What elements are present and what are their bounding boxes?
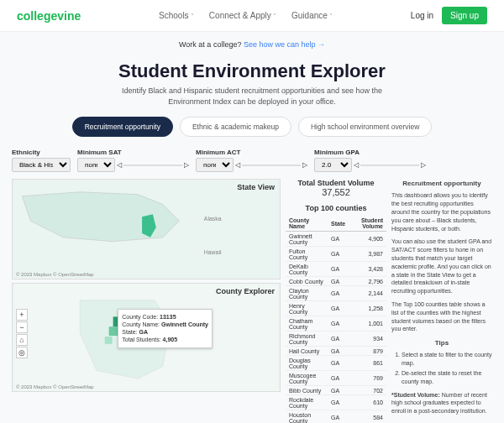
state-map-attrib: © 2023 Mapbox © OpenStreetMap	[16, 272, 94, 277]
mingpa-label: Minimum GPA	[314, 149, 426, 156]
locate-button[interactable]: ◎	[16, 347, 28, 358]
svg-text:Alaska: Alaska	[204, 216, 222, 222]
total-volume-label: Total Student Volume	[286, 179, 386, 187]
sidebar-heading-2: Tips	[391, 338, 492, 347]
table-row[interactable]: Fulton CountyGA3,987	[286, 247, 386, 262]
table-row[interactable]: Douglas CountyGA861	[286, 356, 386, 371]
county-map-attrib: © 2023 Mapbox © OpenStreetMap	[16, 384, 94, 389]
minact-slider[interactable]	[242, 164, 301, 166]
table-row[interactable]: Muscogee CountyGA769	[286, 371, 386, 386]
table-row[interactable]: Rockdale CountyGA610	[286, 395, 386, 410]
page-title: Student Environment Explorer	[0, 60, 504, 82]
table-row[interactable]: Henry CountyGA1,258	[286, 301, 386, 316]
navbar: collegevine Schools Connect & Apply Guid…	[0, 0, 504, 32]
minsat-slider[interactable]	[123, 164, 182, 166]
minsat-slider-left[interactable]: ◁	[117, 161, 122, 169]
table-row[interactable]: Cobb CountyGA2,796	[286, 277, 386, 286]
minact-label: Minimum ACT	[196, 149, 307, 156]
minsat-label: Minimum SAT	[77, 149, 189, 156]
state-map[interactable]: State View Alaska Hawaii © 2023 Mapbox ©…	[12, 179, 281, 279]
counties-table: County Name State Student Volume Gwinnet…	[286, 216, 386, 423]
tab-ethnic[interactable]: Ethnic & academic makeup	[180, 117, 291, 137]
table-row[interactable]: Clayton CountyGA2,144	[286, 286, 386, 301]
county-map[interactable]: County Explorer + − ⌂ ◎	[12, 283, 281, 392]
signup-button[interactable]: Sign up	[442, 7, 487, 24]
sidebar-heading-1: Recruitment opportunity	[391, 179, 492, 188]
zoom-in-button[interactable]: +	[16, 309, 28, 321]
table-row[interactable]: Gwinnett CountyGA4,905	[286, 232, 386, 247]
nav-connect[interactable]: Connect & Apply	[209, 11, 276, 20]
tab-recruitment[interactable]: Recruitment opportunity	[72, 117, 173, 137]
tip-1: Select a state to filter to the county m…	[402, 351, 492, 368]
table-row[interactable]: Richmond CountyGA934	[286, 332, 386, 347]
page-subtitle: Identify Black and Hispanic student recr…	[118, 86, 386, 107]
table-row[interactable]: Bibb CountyGA702	[286, 386, 386, 395]
table-title: Top 100 counties	[286, 204, 386, 212]
mingpa-slider-right[interactable]: ▷	[421, 161, 426, 169]
minsat-select[interactable]: none	[77, 158, 115, 172]
info-sidebar: Recruitment opportunity This dashboard a…	[391, 179, 492, 423]
ethnicity-select[interactable]: Black & Hispanic	[12, 158, 71, 172]
state-map-title: State View	[237, 183, 275, 191]
mingpa-slider-left[interactable]: ◁	[354, 161, 359, 169]
svg-rect-8	[105, 337, 113, 344]
mingpa-select[interactable]: 2.0	[314, 158, 352, 172]
banner-link[interactable]: See how we can help →	[244, 40, 325, 49]
nav-schools[interactable]: Schools	[159, 11, 194, 20]
county-tooltip: County Code: 13135 County Name: Gwinnett…	[118, 309, 213, 347]
minact-slider-right[interactable]: ▷	[302, 161, 307, 169]
filters-row: Ethnicity Black & Hispanic Minimum SAT n…	[0, 149, 504, 179]
county-map-title: County Explorer	[216, 287, 275, 295]
logo[interactable]: collegevine	[17, 9, 81, 23]
zoom-out-button[interactable]: −	[16, 321, 28, 333]
tab-highschool[interactable]: High school environment overview	[298, 117, 432, 137]
col-county[interactable]: County Name	[286, 216, 328, 232]
reset-button[interactable]: ⌂	[16, 334, 28, 346]
login-link[interactable]: Log in	[411, 11, 433, 20]
col-volume[interactable]: Student Volume	[349, 216, 386, 232]
col-state[interactable]: State	[328, 216, 349, 232]
tabs: Recruitment opportunity Ethnic & academi…	[0, 117, 504, 137]
mingpa-slider[interactable]	[360, 164, 419, 166]
nav-guidance[interactable]: Guidance	[291, 11, 333, 20]
table-row[interactable]: Chatham CountyGA1,001	[286, 316, 386, 332]
ethnicity-label: Ethnicity	[12, 149, 71, 156]
table-row[interactable]: DeKalb CountyGA3,428	[286, 262, 386, 277]
svg-rect-6	[109, 326, 118, 336]
minsat-slider-right[interactable]: ▷	[184, 161, 189, 169]
minact-slider-left[interactable]: ◁	[235, 161, 240, 169]
total-volume-value: 37,552	[286, 187, 386, 197]
table-row[interactable]: Houston CountyGA584	[286, 410, 386, 423]
svg-text:Hawaii: Hawaii	[204, 249, 222, 255]
banner: Work at a college? See how we can help →	[0, 32, 504, 57]
tip-2: De-select the state to reset the county …	[402, 369, 492, 386]
minact-select[interactable]: none	[196, 158, 234, 172]
table-row[interactable]: Hall CountyGA879	[286, 347, 386, 356]
